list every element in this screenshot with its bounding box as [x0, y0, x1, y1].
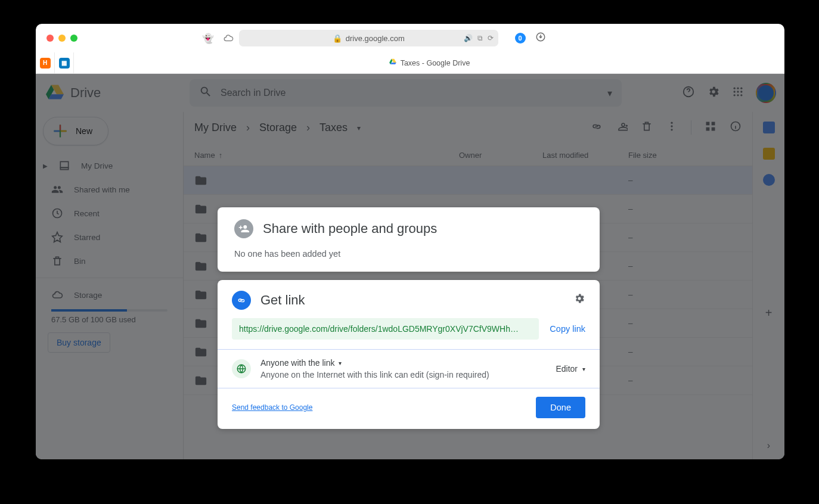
chevron-down-icon[interactable]: ▾ — [339, 360, 342, 366]
share-title: Share with people and groups — [263, 221, 437, 237]
downloads-icon[interactable] — [535, 32, 546, 45]
role-select[interactable]: Editor ▾ — [556, 364, 585, 374]
tab-strip: H ▦ Taxes - Google Drive — [36, 52, 784, 74]
copy-link-button[interactable]: Copy link — [550, 324, 585, 334]
link-settings-icon[interactable] — [573, 293, 585, 308]
reload-icon[interactable]: ⟳ — [488, 34, 494, 42]
pinned-tab-2[interactable]: ▦ — [55, 52, 74, 73]
window-controls — [46, 35, 77, 42]
link-url-field[interactable]: https://drive.google.com/drive/folders/1… — [232, 318, 539, 340]
share-dialog: Share with people and groups No one has … — [218, 207, 600, 429]
done-button[interactable]: Done — [536, 397, 585, 418]
chevron-down-icon: ▾ — [582, 366, 585, 372]
share-card: Share with people and groups No one has … — [218, 207, 600, 272]
browser-titlebar: 👻 🔒 drive.google.com 🔊 ⧉ ⟳ 0 — [36, 24, 784, 52]
access-description: Anyone on the Internet with this link ca… — [260, 370, 489, 379]
lock-icon: 🔒 — [333, 34, 342, 43]
close-window-button[interactable] — [46, 35, 54, 42]
globe-icon — [232, 359, 251, 378]
drive-favicon-icon — [389, 58, 397, 68]
pinned-tab-1[interactable]: H — [36, 52, 55, 73]
tab-title: Taxes - Google Drive — [401, 59, 470, 67]
active-tab[interactable]: Taxes - Google Drive — [74, 58, 784, 68]
maximize-window-button[interactable] — [70, 35, 77, 42]
cloud-icon[interactable] — [222, 32, 234, 44]
person-add-icon — [234, 219, 253, 238]
minimize-window-button[interactable] — [58, 35, 66, 42]
feedback-link[interactable]: Send feedback to Google — [232, 403, 312, 412]
drive-app: Drive Search in Drive ▾ New — [36, 74, 784, 459]
onepassword-icon[interactable]: 0 — [515, 33, 526, 43]
url-host: drive.google.com — [346, 34, 405, 43]
browser-window: 👻 🔒 drive.google.com 🔊 ⧉ ⟳ 0 H ▦ — [36, 24, 784, 459]
ghost-extension-icon[interactable]: 👻 — [202, 32, 214, 44]
getlink-title: Get link — [260, 293, 305, 308]
share-subtitle: No one has been added yet — [234, 249, 583, 259]
link-icon — [232, 291, 251, 310]
access-scope-button[interactable]: Anyone with the link — [260, 358, 335, 368]
address-bar[interactable]: 🔒 drive.google.com 🔊 ⧉ ⟳ — [239, 30, 498, 46]
pip-icon[interactable]: ⧉ — [477, 34, 483, 42]
audio-indicator-icon[interactable]: 🔊 — [464, 34, 473, 42]
getlink-card: Get link https://drive.google.com/drive/… — [218, 280, 600, 429]
